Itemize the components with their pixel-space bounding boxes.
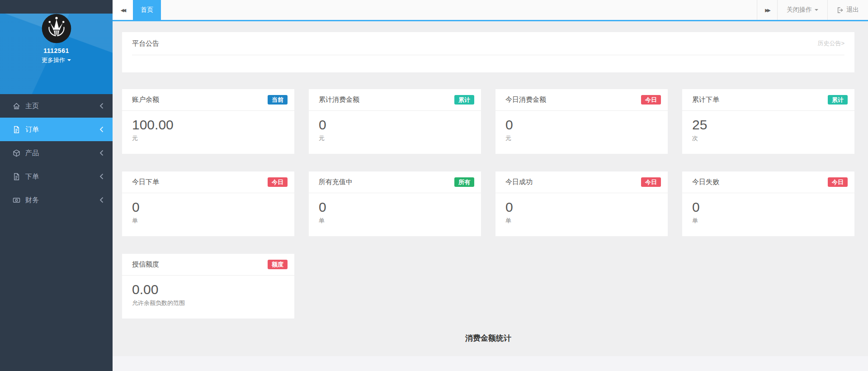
stat-card-value: 0 — [319, 117, 471, 133]
stat-card-value: 0.00 — [132, 281, 284, 298]
chevron-left-icon — [99, 173, 104, 180]
more-actions-dropdown[interactable]: 更多操作 — [42, 56, 71, 64]
collapse-tabs-left-button[interactable]: ◀◀ — [113, 0, 133, 20]
status-badge: 今日 — [828, 177, 848, 187]
stat-card-unit: 允许余额负数的范围 — [132, 299, 284, 307]
logout-label: 退出 — [846, 6, 859, 14]
close-actions-label: 关闭操作 — [787, 6, 812, 14]
stat-card-account-balance: 账户余额 当前 100.00 元 — [122, 89, 294, 154]
stat-card-unit: 元 — [132, 134, 284, 143]
topbar: ◀◀ 首页 ▶▶ 关闭操作 退出 — [113, 0, 868, 21]
chart-section-title: 消费金额统计 — [122, 333, 854, 343]
announcement-title: 平台公告 — [132, 39, 159, 48]
topbar-right-controls: ▶▶ 关闭操作 退出 — [757, 0, 868, 20]
sidebar-header: 1112561 更多操作 — [0, 14, 113, 94]
chevron-left-icon — [99, 197, 104, 203]
sidebar-item-place-order[interactable]: 下单 — [0, 165, 113, 188]
stat-card-total-orders: 累计下单 累计 25 次 — [682, 89, 854, 154]
chevron-left-icon — [99, 150, 104, 156]
stat-card-label: 授信额度 — [132, 260, 159, 269]
stat-card-unit: 元 — [505, 134, 658, 143]
cube-icon — [13, 149, 20, 157]
stat-card-unit: 单 — [319, 217, 471, 225]
sidebar-item-home[interactable]: 主页 — [0, 94, 113, 118]
stat-card-unit: 次 — [692, 134, 844, 143]
sidebar-username: 1112561 — [0, 47, 113, 54]
stat-card-unit: 单 — [505, 217, 658, 225]
stat-card-today-failed: 今日失败 今日 0 单 — [682, 171, 854, 236]
tabbar-empty-space — [161, 0, 757, 20]
stat-card-value: 100.00 — [132, 117, 284, 133]
main-content: 平台公告 历史公告> 账户余额 当前 100.00 元 累计消费金额 累计 0 … — [113, 21, 868, 371]
stat-card-value: 0 — [505, 199, 658, 215]
announcement-panel: 平台公告 历史公告> — [122, 32, 854, 72]
stat-card-label: 累计下单 — [692, 95, 719, 104]
stat-card-value: 0 — [692, 199, 844, 215]
stat-card-label: 账户余额 — [132, 95, 159, 104]
money-icon — [13, 196, 20, 204]
stat-card-today-orders: 今日下单 今日 0 单 — [122, 171, 294, 236]
sidebar-item-products[interactable]: 产品 — [0, 141, 113, 165]
announcement-history-link[interactable]: 历史公告> — [817, 39, 844, 48]
stat-card-all-recharging: 所有充值中 所有 0 单 — [309, 171, 481, 236]
double-chevron-left-icon: ◀◀ — [121, 8, 125, 13]
stats-grid: 账户余额 当前 100.00 元 累计消费金额 累计 0 元 今日消费金额 今日… — [122, 89, 854, 319]
file-icon — [13, 126, 20, 133]
stat-card-today-consumption: 今日消费金额 今日 0 元 — [495, 89, 668, 154]
stat-card-credit-limit: 授信额度 额度 0.00 允许余额负数的范围 — [122, 254, 294, 319]
sidebar: 1112561 更多操作 主页 订单 产品 下单 财务 — [0, 0, 113, 371]
stat-card-value: 25 — [692, 117, 844, 133]
more-actions-label: 更多操作 — [42, 56, 65, 64]
stat-card-unit: 单 — [132, 217, 284, 225]
stat-card-unit: 元 — [319, 134, 471, 143]
tab-home[interactable]: 首页 — [133, 0, 161, 20]
avatar[interactable] — [42, 14, 71, 43]
stat-card-label: 累计消费金额 — [319, 95, 359, 104]
stat-card-value: 0 — [505, 117, 658, 133]
caret-down-icon — [815, 9, 818, 11]
file-text-icon — [13, 173, 20, 181]
sidebar-item-finance[interactable]: 财务 — [0, 188, 113, 212]
status-badge: 当前 — [268, 95, 288, 105]
stat-card-label: 今日成功 — [505, 178, 533, 186]
status-badge: 今日 — [641, 177, 661, 187]
sidebar-menu: 主页 订单 产品 下单 财务 — [0, 94, 113, 212]
status-badge: 额度 — [268, 260, 288, 270]
status-badge: 累计 — [828, 95, 848, 105]
logout-button[interactable]: 退出 — [827, 0, 868, 20]
status-badge: 所有 — [454, 177, 474, 187]
status-badge: 累计 — [454, 95, 474, 105]
chart-area — [113, 356, 868, 371]
stat-card-unit: 单 — [692, 217, 844, 225]
stat-card-label: 今日消费金额 — [505, 95, 546, 104]
stat-card-today-success: 今日成功 今日 0 单 — [495, 171, 668, 236]
status-badge: 今日 — [268, 177, 288, 187]
chevron-left-icon — [99, 126, 104, 133]
stat-card-label: 今日下单 — [132, 178, 159, 186]
stat-card-total-consumption: 累计消费金额 累计 0 元 — [309, 89, 481, 154]
sign-out-icon — [837, 7, 844, 14]
stat-card-value: 0 — [132, 199, 284, 215]
status-badge: 今日 — [641, 95, 661, 105]
stat-card-label: 今日失败 — [692, 178, 719, 186]
stat-card-value: 0 — [319, 199, 471, 215]
sidebar-item-orders[interactable]: 订单 — [0, 118, 113, 141]
collapse-tabs-right-button[interactable]: ▶▶ — [757, 0, 777, 20]
chevron-left-icon — [99, 103, 104, 109]
home-icon — [13, 102, 20, 110]
close-actions-dropdown[interactable]: 关闭操作 — [777, 0, 827, 20]
stat-card-label: 所有充值中 — [319, 178, 353, 186]
tab-home-label: 首页 — [141, 6, 153, 14]
double-chevron-right-icon: ▶▶ — [765, 8, 769, 13]
caret-down-icon — [67, 59, 71, 61]
